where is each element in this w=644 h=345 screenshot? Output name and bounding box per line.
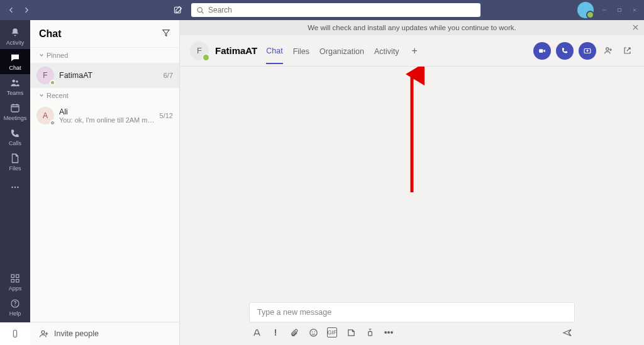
chat-item-date: 6/7 xyxy=(164,72,173,79)
tab-organization[interactable]: Organization xyxy=(319,38,364,63)
add-people-button[interactable] xyxy=(601,44,615,58)
svg-point-7 xyxy=(14,187,16,188)
window-close-button[interactable] xyxy=(630,6,639,14)
priority-button[interactable]: ! xyxy=(270,327,280,337)
meeting-icon xyxy=(365,328,375,337)
svg-point-8 xyxy=(17,187,18,188)
conversation-header: F FatimaAT Chat Files Organization Activ… xyxy=(180,35,644,67)
rail-label: Files xyxy=(9,165,21,172)
rail-apps[interactable]: Apps xyxy=(0,270,30,295)
rail-calls[interactable]: Calls xyxy=(0,124,30,150)
svg-rect-12 xyxy=(16,280,19,283)
conversation-panel: We will check and install any updates wh… xyxy=(180,20,644,345)
rail-label: Apps xyxy=(9,285,22,292)
message-input[interactable]: Type a new message xyxy=(249,302,575,322)
rail-label: Chat xyxy=(9,65,21,71)
paperclip-icon xyxy=(290,328,299,337)
rail-download[interactable] xyxy=(0,322,30,345)
chat-item-ali[interactable]: A Ali You: ok, I'm online till 2AM my ti… xyxy=(30,103,179,128)
chat-item-fatimaat[interactable]: F FatimaAT 6/7 xyxy=(30,63,179,88)
rail-meetings[interactable]: Meetings xyxy=(0,99,30,124)
rail-help[interactable]: Help xyxy=(0,295,30,320)
attach-button[interactable] xyxy=(289,327,299,337)
filter-icon xyxy=(162,28,170,37)
banner-close-button[interactable] xyxy=(632,24,639,32)
phone-icon xyxy=(561,47,569,55)
add-tab-button[interactable]: + xyxy=(409,45,420,57)
annotation-arrow xyxy=(399,67,425,199)
sticker-icon xyxy=(347,328,356,337)
teams-icon xyxy=(9,77,21,89)
svg-rect-25 xyxy=(368,331,372,336)
search-box[interactable] xyxy=(191,3,480,17)
window-minimize-button[interactable] xyxy=(600,6,609,14)
invite-people-button[interactable]: Invite people xyxy=(30,322,179,345)
send-button[interactable] xyxy=(562,327,572,337)
avatar: F xyxy=(36,67,54,84)
window-maximize-button[interactable] xyxy=(615,6,624,14)
rail-chat[interactable]: Chat xyxy=(0,49,30,74)
rail-activity[interactable]: Activity xyxy=(0,24,30,49)
avatar: A xyxy=(36,107,54,124)
video-call-button[interactable] xyxy=(533,42,551,60)
svg-point-17 xyxy=(42,331,45,334)
tab-activity[interactable]: Activity xyxy=(374,38,399,63)
svg-rect-11 xyxy=(11,280,14,283)
schedule-meeting-button[interactable] xyxy=(365,327,375,337)
conversation-title: FatimaAT xyxy=(215,45,257,56)
emoji-icon xyxy=(309,328,318,337)
apps-icon xyxy=(9,273,21,284)
svg-point-1 xyxy=(197,8,202,12)
nav-back-button[interactable] xyxy=(5,4,18,16)
title-bar xyxy=(0,0,644,20)
chevron-down-icon xyxy=(39,53,44,58)
chat-item-name: FatimaAT xyxy=(59,71,160,80)
rail-files[interactable]: Files xyxy=(0,150,30,175)
tab-files[interactable]: Files xyxy=(293,38,309,63)
screen-share-button[interactable] xyxy=(579,42,596,60)
chat-item-date: 5/12 xyxy=(160,112,173,119)
svg-rect-18 xyxy=(539,49,543,53)
device-icon xyxy=(10,329,20,339)
tab-chat[interactable]: Chat xyxy=(266,38,282,64)
chat-list-panel: Chat Pinned F FatimaAT 6/7 Recent xyxy=(30,20,180,345)
audio-call-button[interactable] xyxy=(556,42,574,60)
svg-point-6 xyxy=(11,187,13,188)
popout-button[interactable] xyxy=(620,44,634,58)
format-icon xyxy=(252,328,262,337)
section-recent[interactable]: Recent xyxy=(30,88,179,103)
share-screen-icon xyxy=(583,47,592,55)
profile-avatar[interactable] xyxy=(577,2,594,18)
rail-teams[interactable]: Teams xyxy=(0,74,30,99)
people-add-icon xyxy=(603,45,614,56)
svg-point-16 xyxy=(14,336,15,336)
rail-more[interactable] xyxy=(0,175,30,200)
phone-icon xyxy=(9,128,21,139)
svg-rect-9 xyxy=(11,275,14,278)
nav-forward-button[interactable] xyxy=(20,4,33,16)
search-input[interactable] xyxy=(208,6,475,14)
svg-point-3 xyxy=(13,80,16,83)
emoji-button[interactable] xyxy=(308,327,318,337)
app-rail: Activity Chat Teams Meetings Calls Files xyxy=(0,20,30,345)
section-pinned[interactable]: Pinned xyxy=(30,48,179,63)
rail-label: Teams xyxy=(7,90,24,96)
rail-label: Calls xyxy=(9,140,21,146)
gif-button[interactable]: GIF xyxy=(327,327,337,337)
presence-available-icon xyxy=(50,80,55,85)
avatar: F xyxy=(190,41,209,60)
svg-point-20 xyxy=(606,48,608,50)
presence-offline-icon xyxy=(50,120,55,126)
send-icon xyxy=(562,327,572,338)
sticker-button[interactable] xyxy=(346,327,356,337)
format-button[interactable] xyxy=(252,327,262,337)
svg-point-24 xyxy=(314,331,315,332)
video-icon xyxy=(538,47,547,55)
svg-point-23 xyxy=(311,331,313,332)
filter-button[interactable] xyxy=(162,28,170,40)
more-extensions-button[interactable]: ••• xyxy=(384,327,394,337)
compose-button[interactable] xyxy=(171,3,185,17)
svg-rect-5 xyxy=(11,105,19,112)
file-icon xyxy=(9,153,21,164)
more-icon xyxy=(9,182,21,193)
